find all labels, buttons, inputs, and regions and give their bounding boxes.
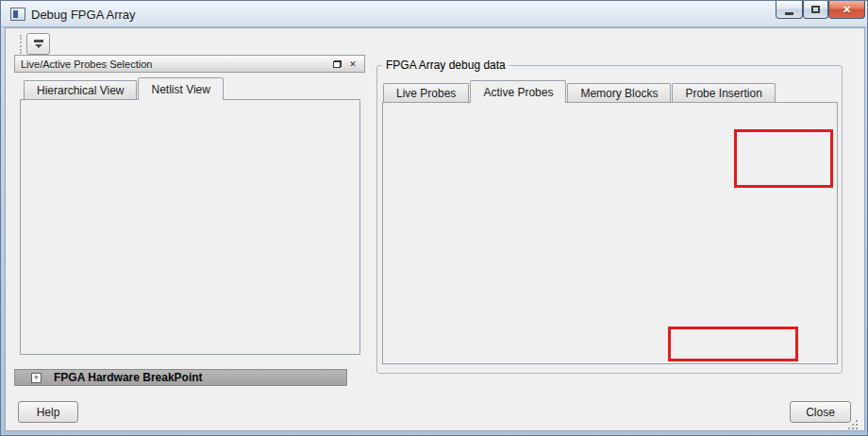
float-panel-button[interactable] [330,58,343,71]
breakpoint-label: FPGA Hardware BreakPoint [54,371,203,384]
netlist-view-pane [20,99,360,355]
collapse-filter-button[interactable] [26,33,50,55]
toolbar-drag-handle[interactable] [20,35,24,54]
maximize-button[interactable] [803,1,828,19]
resize-grip[interactable] [847,421,859,429]
title-bar[interactable]: Debug FPGA Array [1,1,867,27]
left-panel-title: Live/Active Probes Selection [21,59,152,70]
close-icon: ✕ [349,59,357,69]
close-icon: ✕ [843,4,851,16]
left-panel-header[interactable]: Live/Active Probes Selection ✕ [14,55,365,73]
debug-data-tab[interactable]: Active Probes [470,80,566,103]
plus-box-icon[interactable]: + [31,373,42,383]
left-view-tab[interactable]: Hierarchical View [24,80,137,99]
window-close-button[interactable]: ✕ [828,1,865,19]
left-tab-bar: Hierarchical View Netlist View [24,80,225,99]
fpga-hardware-breakpoint-section[interactable]: + FPGA Hardware BreakPoint [14,369,347,386]
debug-data-tab[interactable]: Probe Insertion [672,83,775,102]
help-button[interactable]: Help [18,401,78,423]
close-button[interactable]: Close [790,401,851,423]
minimize-icon [785,12,793,15]
float-icon [333,60,342,68]
debug-fpga-array-window: Debug FPGA Array ✕ Live/Active Probes Se… [0,0,868,436]
debug-data-tab[interactable]: Live Probes [383,83,469,102]
minimize-button[interactable] [776,1,803,19]
debug-data-tab[interactable]: Memory Blocks [567,83,671,102]
maximize-icon [811,6,820,13]
left-view-tab[interactable]: Netlist View [138,77,223,100]
app-icon [10,8,25,21]
window-title: Debug FPGA Array [31,1,136,27]
right-tab-bar: Live Probes Active Probes Memory Blocks … [383,83,776,102]
collapse-filter-icon [34,40,43,42]
close-panel-button[interactable]: ✕ [346,58,359,71]
group-title: FPGA Array debug data [382,59,509,72]
active-probes-pane [382,102,838,364]
